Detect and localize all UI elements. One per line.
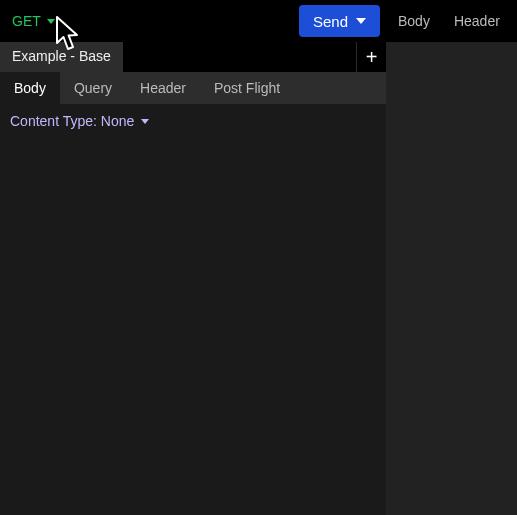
example-tab-row: Example - Base + [0, 42, 386, 72]
response-tab-header-label: Header [454, 13, 500, 29]
tab-body-label: Body [14, 80, 46, 96]
response-panel: Body Header R [386, 0, 517, 515]
example-tab-base[interactable]: Example - Base [0, 42, 123, 72]
http-method-label: GET [12, 13, 41, 29]
tab-query[interactable]: Query [60, 72, 126, 104]
content-type-select[interactable]: Content Type: None [0, 104, 386, 138]
chevron-down-icon [141, 119, 149, 124]
http-method-select[interactable]: GET [0, 0, 67, 42]
add-example-button[interactable]: + [356, 42, 386, 72]
tab-post-flight-label: Post Flight [214, 80, 280, 96]
response-tab-body[interactable]: Body [386, 0, 442, 42]
response-body-area [386, 42, 517, 515]
response-tab-extra[interactable]: R [512, 0, 517, 42]
send-button[interactable]: Send [299, 5, 380, 37]
tab-query-label: Query [74, 80, 112, 96]
chevron-down-icon [47, 19, 55, 24]
tab-post-flight[interactable]: Post Flight [200, 72, 294, 104]
response-tabs: Body Header R [386, 0, 517, 42]
response-tab-body-label: Body [398, 13, 430, 29]
chevron-down-icon [356, 18, 366, 24]
example-tab-gap [123, 42, 356, 72]
request-panel: GET Send Example - Base + Body Query Hea… [0, 0, 386, 515]
send-button-label: Send [313, 13, 348, 30]
response-tab-header[interactable]: Header [442, 0, 512, 42]
tab-body[interactable]: Body [0, 72, 60, 104]
request-top-bar: GET Send [0, 0, 386, 42]
tab-header-label: Header [140, 80, 186, 96]
plus-icon: + [366, 47, 378, 67]
example-tab-label: Example - Base [12, 48, 111, 64]
content-type-label: Content Type: None [10, 113, 134, 129]
tab-header[interactable]: Header [126, 72, 200, 104]
request-tabs: Body Query Header Post Flight [0, 72, 386, 104]
